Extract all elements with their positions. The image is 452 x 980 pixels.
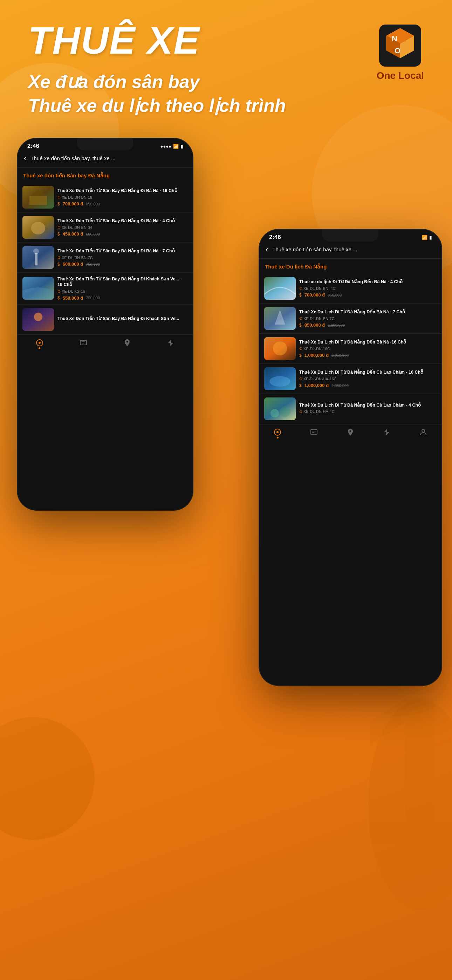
phone-left-status-icons: ●●●● 📶 ▮: [161, 144, 183, 149]
location-pin-icon-r5: ⊙: [299, 409, 302, 414]
nav-user-right[interactable]: [419, 428, 428, 436]
location-pin-icon-3: ⊙: [57, 255, 60, 260]
nav-location-right[interactable]: [346, 428, 355, 436]
list-item[interactable]: Thuê Xe Du Lịch Đi Từ Đà Nẵng Đến Cù Lao…: [259, 364, 441, 394]
product-name-1: Thuê Xe Đón Tiền Từ Sân Bay Đà Nẵng Đi B…: [57, 188, 188, 194]
subtitle-line-2: Thuê xe du lịch theo lịch trình: [28, 94, 377, 118]
svg-point-19: [38, 342, 41, 344]
nav-location-left[interactable]: [123, 339, 131, 347]
product-thumb-r4: [264, 368, 296, 390]
phone-right-section-title: Thuê xe Du lịch Đà Nẵng: [259, 259, 441, 274]
list-item[interactable]: Thuê Xe Du Lịch Đi Từ Đà Nẵng Đến Bà Nà …: [259, 334, 441, 364]
location-pin-icon-2: ⊙: [57, 225, 60, 229]
svg-point-11: [31, 222, 45, 234]
nav-chat-right[interactable]: [310, 428, 318, 436]
location-pin-icon: ⊙: [57, 195, 60, 199]
list-item[interactable]: Thuê Xe Du Lịch Đi Từ Đà Nẵng Đến Bà Nà …: [259, 304, 441, 334]
product-thumb-r3: [264, 337, 296, 360]
product-code-1: ⊙ XE-DL-DN-BN-16: [57, 195, 188, 199]
product-thumb-3: [22, 246, 54, 269]
price-current-2: 450,000 đ: [63, 231, 83, 237]
product-info-2: Thuê Xe Đón Tiền Từ Sân Bay Đà Nẵng Đi B…: [57, 218, 188, 237]
nav-home-right[interactable]: [273, 428, 282, 436]
battery-icon: ▮: [180, 144, 183, 149]
list-item[interactable]: Thuê Xe Đón Tiền Từ Sân Bay Đà Nẵng Đi B…: [18, 182, 193, 212]
product-thumb-5: [22, 308, 54, 331]
svg-point-34: [422, 430, 425, 432]
svg-point-25: [273, 341, 287, 355]
phone-right-status-icons: 📶 ▮: [422, 235, 432, 240]
logo-block: N E O One Local: [377, 24, 424, 81]
signal-icon: ●●●●: [161, 144, 171, 149]
product-name-r1: Thuê xe du lịch Đi Từ Đà Nẵng Đến Bà Nà …: [299, 279, 436, 285]
phone-right-app-header: ‹ Thuê xe đón tiền sân bay, thuê xe ...: [259, 241, 441, 259]
signal-icon-r: 📶: [422, 235, 428, 240]
product-info-4: Thuê Xe Đón Tiền Từ Sân Bay Đà Nẵng Đi K…: [57, 276, 188, 301]
nav-flash-left[interactable]: [167, 339, 175, 347]
location-pin-icon-r4: ⊙: [299, 376, 302, 381]
phone-left-section-title: Thuê xe đón tiền Sân bay Đà Nẵng: [18, 167, 193, 182]
product-code-r2: ⊙ XE-DL-DN-BN-7C: [299, 316, 436, 321]
product-code-2: ⊙ XE-DL-DN-BN-04: [57, 225, 188, 229]
title-block: THUÊ XE Xe đưa đón sân bay Thuê xe du lị…: [28, 21, 377, 118]
location-pin-icon-4: ⊙: [57, 289, 60, 294]
location-pin-icon-r2: ⊙: [299, 316, 302, 321]
product-info-5: Thuê Xe Đón Tiền Từ Sân Bay Đà Nẵng Đi K…: [57, 316, 188, 323]
product-name-r2: Thuê Xe Du Lịch Đi Từ Đà Nẵng Đến Bà Nà …: [299, 309, 436, 315]
price-old-4: 700,000: [86, 296, 100, 300]
phone-right-product-list: Thuê xe du lịch Đi Từ Đà Nẵng Đến Bà Nà …: [259, 274, 441, 424]
phone-left-screen: 2:46 ●●●● 📶 ▮ ‹ Thuê xe đón tiền sân bay…: [18, 138, 193, 510]
bg-deco-1: 1: [356, 665, 452, 875]
phone-right-header-title: Thuê xe đón tiền sân bay, thuê xe ...: [272, 247, 435, 253]
product-price-r4: $ 1,000,000 đ 2,050,000: [299, 383, 436, 388]
product-code-3: ⊙ XE-DL-DN-BN-7C: [57, 255, 188, 260]
product-code-r4: ⊙ XE-DL-DN-HA-16C: [299, 376, 436, 381]
product-code-r3: ⊙ XE-DL-DN-16C: [299, 346, 436, 351]
price-current-1: 700,000 đ: [63, 201, 83, 207]
svg-rect-28: [264, 398, 296, 420]
product-thumb-r2: [264, 307, 296, 330]
price-old-r4: 2,050,000: [331, 383, 349, 388]
phone-left-time: 2:46: [27, 143, 39, 150]
list-item[interactable]: Thuê xe du lịch Đi Từ Đà Nẵng Đến Bà Nà …: [259, 274, 441, 304]
subtitle-line-1: Xe đưa đón sân bay: [28, 70, 377, 94]
phone-left-bottom-nav: [18, 335, 193, 350]
product-price-3: $ 600,000 đ 750,000: [57, 261, 188, 267]
nav-home-left[interactable]: [35, 339, 44, 347]
product-info-r1: Thuê xe du lịch Đi Từ Đà Nẵng Đến Bà Nà …: [299, 279, 436, 298]
svg-rect-13: [35, 253, 38, 265]
product-info-r2: Thuê Xe Du Lịch Đi Từ Đà Nẵng Đến Bà Nà …: [299, 309, 436, 328]
svg-point-29: [271, 409, 279, 417]
svg-text:E: E: [401, 34, 406, 43]
nav-chat-left[interactable]: [79, 339, 88, 347]
price-current-r1: 700,000 đ: [304, 292, 325, 298]
list-item[interactable]: Thuê Xe Đón Tiền Từ Sân Bay Đà Nẵng Đi K…: [18, 305, 193, 335]
product-thumb-r5: [264, 398, 296, 420]
back-arrow-right[interactable]: ‹: [266, 245, 268, 254]
subtitle-block: Xe đưa đón sân bay Thuê xe du lịch theo …: [28, 70, 377, 118]
list-item[interactable]: Thuê Xe Du Lịch Đi Từ Đà Nẵng Đến Cù Lao…: [259, 394, 441, 424]
product-name-r3: Thuê Xe Du Lịch Đi Từ Đà Nẵng Đến Bà Nà …: [299, 339, 436, 345]
svg-text:N: N: [392, 34, 397, 43]
list-item[interactable]: Thuê Xe Đón Tiền Từ Sân Bay Đà Nẵng Đi B…: [18, 212, 193, 243]
product-info-3: Thuê Xe Đón Tiền Từ Sân Bay Đà Nẵng Đi B…: [57, 248, 188, 267]
svg-point-14: [33, 248, 39, 254]
price-current-r2: 850,000 đ: [304, 323, 325, 328]
product-price-r3: $ 1,000,000 đ 2,050,000: [299, 353, 436, 358]
svg-text:O: O: [395, 46, 401, 55]
svg-point-30: [280, 406, 290, 417]
price-old-r3: 2,050,000: [331, 353, 349, 358]
list-item[interactable]: Thuê Xe Đón Tiền Từ Sân Bay Đà Nẵng Đi K…: [18, 273, 193, 305]
nav-flash-right[interactable]: [383, 428, 391, 436]
price-old-2: 600,000: [86, 232, 100, 236]
phone-right: 2:46 📶 ▮ ‹ Thuê xe đón tiền sân bay, thu…: [259, 229, 441, 685]
location-pin-icon-r3: ⊙: [299, 346, 302, 351]
svg-rect-33: [311, 430, 317, 434]
product-thumb-1: [22, 186, 54, 208]
product-info-1: Thuê Xe Đón Tiền Từ Sân Bay Đà Nẵng Đi B…: [57, 188, 188, 207]
back-arrow-left[interactable]: ‹: [24, 154, 26, 163]
list-item[interactable]: Thuê Xe Đón Tiền Từ Sân Bay Đà Nẵng Đi B…: [18, 243, 193, 273]
logo-icon: N E O: [379, 24, 421, 67]
main-title: THUÊ XE: [28, 21, 377, 60]
phone-left-app-header: ‹ Thuê xe đón tiền sân bay, thuê xe ...: [18, 150, 193, 167]
